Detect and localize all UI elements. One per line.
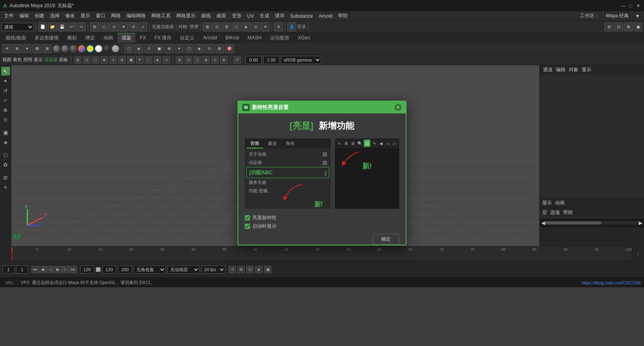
icon-render9[interactable]: ⊙	[205, 44, 214, 53]
tab-rig[interactable]: 绑定	[81, 33, 99, 43]
tab-motion[interactable]: 运动图形	[266, 33, 293, 43]
rp-edit[interactable]: 编辑	[556, 66, 566, 73]
fps-selector[interactable]: 24 fps	[201, 266, 225, 274]
refresh-anim-btn[interactable]: ↺	[229, 266, 236, 273]
icon-select[interactable]: ⊕	[12, 44, 21, 53]
tab-xgen[interactable]: XGen	[294, 33, 314, 42]
user-btn[interactable]: 👤	[287, 23, 296, 31]
icon-sphere[interactable]	[53, 45, 60, 52]
rend-btn2[interactable]: ⊡	[83, 56, 90, 64]
icon-sphere2[interactable]	[61, 45, 68, 52]
redo-btn[interactable]: ↪	[77, 23, 86, 31]
menu-generate[interactable]: 生成	[257, 12, 272, 20]
tool1[interactable]: ⊞	[1, 173, 10, 182]
list-item-1-check[interactable]	[323, 161, 327, 165]
rp-tab-layer[interactable]: 层	[542, 209, 547, 216]
menu-edit[interactable]: 编辑	[17, 12, 31, 20]
rend-btn14[interactable]: ⬡	[194, 56, 201, 64]
check-startup-input[interactable]	[245, 224, 250, 229]
dialog-close-btn[interactable]: ×	[394, 104, 402, 111]
rp-scrollbar[interactable]	[545, 221, 601, 224]
menu-display[interactable]: 显示	[78, 12, 93, 20]
dlg-tab-bone[interactable]: 骨骼	[246, 139, 263, 148]
show-manip-btn[interactable]: ▣	[1, 128, 10, 137]
anim-opt3[interactable]: ◈	[255, 266, 262, 273]
icon-highlight[interactable]: ✦	[23, 44, 31, 53]
panel-label[interactable]: 面板	[59, 57, 68, 63]
right-btn4[interactable]: ▣	[634, 23, 642, 31]
rp-show[interactable]: 显示	[582, 66, 591, 73]
timeline-ruler[interactable]: 1 5 10 15 20 25 30 35 40 45 50 55 60 65 …	[11, 247, 632, 261]
check-highlight[interactable]: 亮显新特性	[245, 214, 399, 221]
menu-edit-mesh[interactable]: 编辑网格	[124, 12, 148, 20]
dlg-tab-char[interactable]: 角色	[282, 139, 299, 148]
maximize-btn[interactable]: □	[628, 3, 634, 8]
rend-btn7[interactable]: ▣	[127, 56, 134, 64]
icon-color2[interactable]	[87, 45, 94, 52]
cam-btn7[interactable]: ✦	[261, 23, 270, 31]
tab-arnold[interactable]: Arnold	[199, 33, 221, 42]
drp-btn-active[interactable]: ⊡	[364, 140, 371, 147]
scale-tool-btn[interactable]: ⤢	[1, 96, 10, 105]
cam-btn2[interactable]: ⊡	[213, 23, 221, 31]
menu-uv[interactable]: UV	[245, 12, 256, 20]
tab-fx[interactable]: FX	[136, 33, 150, 42]
check-highlight-input[interactable]	[245, 215, 250, 220]
color-label[interactable]: 着色	[13, 57, 22, 63]
list-item-1[interactable]: 供应商	[246, 159, 329, 167]
menu-mesh[interactable]: 网格	[109, 12, 123, 20]
tab-custom[interactable]: 自定义	[176, 33, 198, 43]
login-label[interactable]: 登录	[297, 24, 306, 30]
gamma-input[interactable]	[263, 56, 279, 64]
rend-btn4[interactable]: ◈	[101, 56, 108, 64]
icon-render7[interactable]: ⬡	[185, 44, 194, 53]
right-btn3[interactable]: ⊞	[624, 23, 633, 31]
rend-btn11[interactable]: ⊙	[163, 56, 170, 64]
check-startup[interactable]: 启动时显示	[245, 223, 399, 230]
view-label[interactable]: 视图	[2, 57, 11, 63]
rend-btn3[interactable]: ⬡	[92, 56, 99, 64]
move-tool[interactable]: ✦	[119, 23, 128, 31]
drp-btn-grid[interactable]: ⊞	[350, 140, 356, 146]
rend-btn8[interactable]: ✦	[136, 56, 143, 64]
icon-render5[interactable]: ⊕	[165, 44, 173, 53]
rp-tab-options[interactable]: 选项	[550, 209, 560, 216]
menu-deform[interactable]: 变形	[229, 12, 244, 20]
menu-surface[interactable]: 曲面	[214, 12, 229, 20]
exposure-input[interactable]	[246, 56, 262, 64]
tab-render[interactable]: 渲染	[118, 33, 135, 43]
menu-help[interactable]: 帮助	[336, 12, 350, 20]
tab-surface[interactable]: 曲线/曲面	[2, 33, 30, 43]
mode-selector[interactable]: 建模	[2, 23, 34, 31]
cam-btn6[interactable]: ⊙	[251, 23, 260, 31]
rend-btn1[interactable]: ⊞	[74, 56, 81, 64]
icon-dark-sphere[interactable]	[103, 45, 111, 52]
rend-btn13[interactable]: ⊡	[185, 56, 192, 64]
tab-sculpt[interactable]: 雕刻	[63, 33, 81, 43]
pause-btn[interactable]: ⏸	[274, 23, 283, 31]
rp-tab-help[interactable]: 帮助	[563, 209, 573, 216]
rend-btn6[interactable]: ⊕	[118, 56, 126, 64]
minimize-btn[interactable]: —	[621, 3, 626, 8]
anim-end-input[interactable]	[80, 266, 94, 274]
menu-arnold[interactable]: Arnold	[316, 12, 335, 20]
universal-tool-btn[interactable]: ⊕	[1, 105, 10, 114]
rend-btn16[interactable]: ⊙	[211, 56, 219, 64]
tab-mash[interactable]: MASH	[244, 33, 266, 42]
soft-select-btn[interactable]: ⊙	[1, 115, 10, 124]
select-tool[interactable]: ⊞	[90, 23, 99, 31]
rp-scroll-left[interactable]: ◀	[541, 220, 545, 226]
menu-create[interactable]: 创建	[32, 12, 47, 20]
snap-btn[interactable]: ◈	[1, 138, 10, 146]
rend-btn9[interactable]: ⬡	[145, 56, 152, 64]
icon-render2[interactable]: ◈	[134, 44, 143, 53]
icon-render8[interactable]: ◈	[195, 44, 204, 53]
menu-mesh-tools[interactable]: 网格工具	[149, 12, 173, 20]
goto-end-btn[interactable]: ⏭	[70, 266, 77, 273]
menu-file[interactable]: 文件	[2, 12, 16, 20]
tab-anim[interactable]: 动画	[99, 33, 117, 43]
right-btn1[interactable]: ⊞	[605, 23, 613, 31]
step-back-btn[interactable]: ◀	[39, 266, 46, 273]
anim-end2-input[interactable]	[118, 266, 132, 274]
rend-btn15[interactable]: ◈	[202, 56, 210, 64]
